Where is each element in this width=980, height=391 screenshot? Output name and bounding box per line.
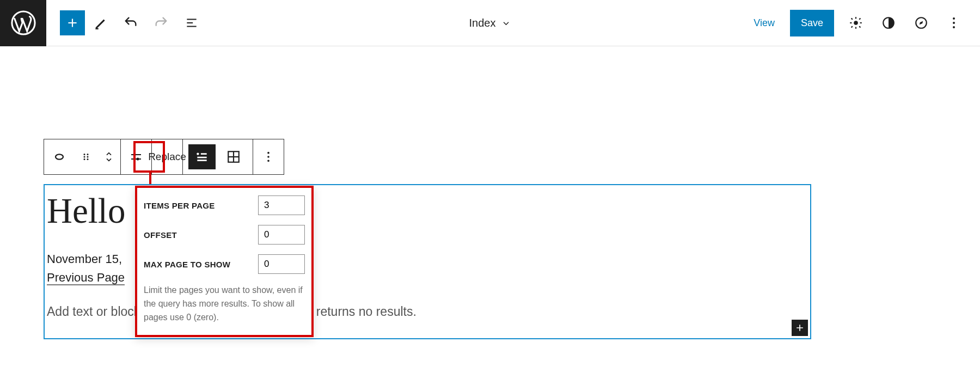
list-view-button[interactable] [176, 8, 207, 38]
svg-point-11 [84, 158, 85, 160]
grid-layout-icon [226, 150, 241, 164]
plus-icon [65, 16, 79, 30]
svg-point-1 [854, 21, 858, 25]
list-view-icon [185, 16, 199, 30]
more-options-button[interactable] [939, 8, 969, 38]
query-loop-icon [52, 149, 67, 164]
toolbar-right: View Save [745, 8, 980, 38]
styles-button[interactable] [873, 8, 904, 38]
items-per-page-label: ITEMS PER PAGE [144, 201, 215, 210]
svg-point-5 [953, 22, 955, 24]
chevron-down-icon [105, 157, 113, 163]
svg-point-25 [267, 156, 270, 158]
replace-button[interactable]: Replace [152, 139, 182, 174]
move-arrows[interactable] [97, 139, 120, 174]
template-title-label: Index [469, 17, 496, 29]
svg-point-17 [197, 152, 199, 155]
chevron-down-icon [501, 19, 511, 28]
contrast-icon [881, 16, 896, 30]
display-settings-button[interactable] [121, 139, 151, 174]
svg-point-16 [137, 158, 139, 161]
block-toolbar: Replace [44, 139, 284, 175]
max-page-input[interactable] [258, 254, 305, 274]
svg-point-9 [84, 156, 85, 158]
sliders-icon [130, 150, 143, 163]
compass-icon [914, 16, 928, 30]
add-block-button[interactable] [60, 10, 85, 35]
list-layout-button[interactable] [188, 144, 216, 169]
svg-point-10 [87, 156, 89, 158]
redo-icon [154, 15, 169, 30]
undo-icon [123, 15, 138, 30]
wordpress-icon [11, 10, 36, 35]
plus-icon [794, 322, 805, 333]
max-page-label: MAX PAGE TO SHOW [144, 260, 230, 269]
edit-mode-button[interactable] [85, 8, 115, 38]
svg-point-7 [84, 154, 85, 155]
gear-icon [849, 16, 863, 30]
svg-point-24 [267, 152, 270, 154]
wordpress-logo[interactable] [0, 0, 46, 46]
block-type-button[interactable] [44, 139, 75, 174]
offset-input[interactable] [258, 225, 305, 245]
svg-point-6 [953, 26, 955, 28]
offset-label: OFFSET [144, 230, 177, 240]
drag-handle[interactable] [75, 139, 97, 174]
svg-point-8 [87, 154, 89, 155]
max-page-help-text: Limit the pages you want to show, even i… [144, 284, 305, 324]
svg-point-14 [133, 154, 136, 156]
view-link[interactable]: View [745, 17, 783, 29]
settings-button[interactable] [841, 8, 871, 38]
redo-button [146, 8, 176, 38]
more-vertical-icon [952, 16, 955, 29]
navigation-button[interactable] [906, 8, 936, 38]
block-appender-button[interactable] [792, 320, 808, 336]
more-vertical-icon [267, 151, 270, 163]
template-title-dropdown[interactable]: Index [469, 0, 511, 46]
grid-layout-button[interactable] [220, 144, 247, 169]
pencil-icon [93, 16, 107, 30]
undo-button[interactable] [115, 8, 146, 38]
svg-point-4 [953, 17, 955, 20]
save-button[interactable]: Save [790, 10, 834, 36]
toolbar-left [60, 8, 207, 38]
items-per-page-input[interactable] [258, 196, 305, 215]
svg-point-12 [87, 158, 89, 160]
editor-topbar: Index View Save [0, 0, 980, 46]
drag-icon [81, 152, 91, 162]
chevron-up-icon [105, 150, 113, 157]
display-settings-popover: ITEMS PER PAGE OFFSET MAX PAGE TO SHOW L… [135, 186, 314, 337]
list-layout-icon [195, 150, 209, 164]
block-more-options[interactable] [253, 139, 284, 174]
svg-point-26 [267, 160, 270, 162]
